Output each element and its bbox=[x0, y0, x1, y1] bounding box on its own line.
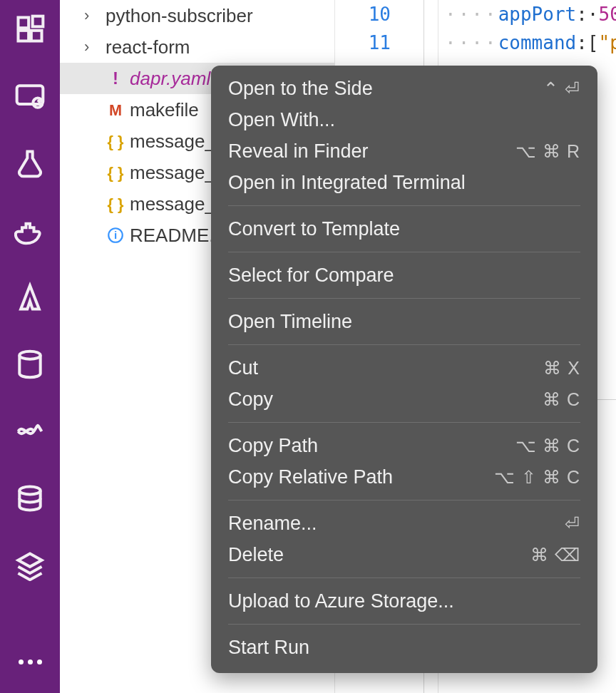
menu-item-label: Upload to Azure Storage... bbox=[228, 590, 454, 612]
menu-item-label: Copy Path bbox=[228, 435, 318, 457]
menu-separator bbox=[228, 252, 580, 252]
menu-item-shortcut: ⌘ ⌫ bbox=[530, 545, 580, 565]
folder-row[interactable]: ›react-form bbox=[60, 31, 334, 63]
svg-rect-1 bbox=[19, 31, 29, 41]
menu-item-label: Convert to Template bbox=[228, 218, 400, 240]
menu-separator bbox=[228, 422, 580, 423]
menu-item[interactable]: Convert to Template bbox=[211, 213, 597, 245]
line-number: 10 bbox=[335, 0, 391, 29]
braces-icon: { } bbox=[106, 195, 125, 213]
file-label: react-form bbox=[106, 36, 190, 58]
menu-item[interactable]: Delete⌘ ⌫ bbox=[211, 539, 597, 570]
svg-text:{ }: { } bbox=[108, 133, 124, 150]
menu-item-shortcut: ⌥ ⌘ C bbox=[515, 436, 580, 456]
docker-icon[interactable] bbox=[12, 212, 48, 248]
menu-item[interactable]: Open With... bbox=[211, 104, 597, 135]
folder-row[interactable]: ›python-subscriber bbox=[60, 0, 334, 31]
svg-point-6 bbox=[19, 351, 40, 359]
menu-item-label: Copy Relative Path bbox=[228, 466, 393, 488]
menu-item[interactable]: Open in Integrated Terminal bbox=[211, 167, 597, 198]
svg-rect-2 bbox=[31, 31, 42, 41]
extensions-icon[interactable] bbox=[12, 11, 48, 47]
more-icon[interactable] bbox=[19, 659, 42, 664]
line-number: 11 bbox=[335, 29, 391, 57]
menu-item[interactable]: Copy⌘ C bbox=[211, 384, 597, 415]
svg-rect-0 bbox=[19, 18, 29, 29]
menu-item-label: Cut bbox=[228, 357, 258, 379]
menu-item-label: Rename... bbox=[228, 513, 317, 535]
menu-separator bbox=[228, 344, 580, 345]
menu-item-shortcut: ⏎ bbox=[565, 513, 580, 534]
layers-icon[interactable] bbox=[12, 548, 48, 583]
menu-item-label: Reveal in Finder bbox=[228, 140, 369, 163]
menu-item[interactable]: Cut⌘ X bbox=[211, 352, 597, 384]
svg-text:M: M bbox=[109, 101, 122, 119]
context-menu: Open to the Side⌃ ⏎Open With...Reveal in… bbox=[211, 66, 597, 673]
data-icon[interactable] bbox=[12, 481, 48, 516]
menu-item-label: Delete bbox=[228, 544, 284, 566]
menu-item[interactable]: Copy Path⌥ ⌘ C bbox=[211, 430, 597, 461]
activity-bar bbox=[0, 0, 60, 693]
menu-item[interactable]: Open Timeline bbox=[211, 306, 597, 337]
chevron-right-icon: › bbox=[84, 6, 101, 25]
menu-item[interactable]: Open to the Side⌃ ⏎ bbox=[211, 73, 597, 104]
file-label: dapr.yaml bbox=[130, 68, 210, 90]
menu-item-shortcut: ⌥ ⇧ ⌘ C bbox=[494, 467, 580, 488]
exclaim-icon: ! bbox=[106, 69, 125, 88]
line-number-gutter: 1011 bbox=[335, 0, 402, 57]
svg-text:i: i bbox=[114, 229, 117, 241]
menu-item-shortcut: ⌘ C bbox=[543, 389, 580, 410]
menu-item[interactable]: Start Run bbox=[211, 632, 597, 663]
menu-separator bbox=[228, 578, 580, 578]
testing-icon[interactable] bbox=[12, 145, 48, 181]
menu-item-shortcut: ⌘ X bbox=[543, 358, 580, 379]
azure-icon[interactable] bbox=[12, 279, 48, 315]
menu-item-label: Open Timeline bbox=[228, 311, 352, 333]
code-line: ····command:["py bbox=[445, 29, 616, 57]
menu-item[interactable]: Upload to Azure Storage... bbox=[211, 585, 597, 617]
menu-separator bbox=[228, 298, 580, 299]
menu-separator bbox=[228, 500, 580, 500]
menu-item-label: Open in Integrated Terminal bbox=[228, 172, 466, 194]
file-label: makefile bbox=[130, 99, 199, 121]
svg-text:{ }: { } bbox=[108, 164, 124, 182]
code-line: ····appPort:·5001 bbox=[445, 0, 616, 29]
svg-rect-3 bbox=[33, 16, 43, 27]
mfile-icon: M bbox=[106, 101, 125, 119]
menu-separator bbox=[228, 624, 580, 625]
menu-item-shortcut: ⌃ ⏎ bbox=[543, 78, 580, 99]
menu-item[interactable]: Reveal in Finder⌥ ⌘ R bbox=[211, 135, 597, 167]
knot-icon[interactable] bbox=[12, 414, 48, 449]
menu-item-label: Start Run bbox=[228, 637, 309, 659]
database-icon[interactable] bbox=[12, 346, 48, 382]
braces-icon: { } bbox=[106, 163, 125, 182]
svg-text:{ }: { } bbox=[108, 195, 124, 213]
info-icon: i bbox=[106, 226, 125, 245]
menu-item[interactable]: Copy Relative Path⌥ ⇧ ⌘ C bbox=[211, 461, 597, 493]
menu-item[interactable]: Rename...⏎ bbox=[211, 508, 597, 539]
menu-item[interactable]: Select for Compare bbox=[211, 260, 597, 291]
menu-item-label: Open to the Side bbox=[228, 78, 373, 100]
menu-item-label: Select for Compare bbox=[228, 265, 394, 287]
chevron-right-icon: › bbox=[84, 38, 101, 56]
menu-separator bbox=[228, 205, 580, 206]
svg-text:!: ! bbox=[113, 69, 118, 88]
remote-explorer-icon[interactable] bbox=[12, 78, 48, 114]
menu-item-label: Copy bbox=[228, 389, 273, 411]
file-label: python-subscriber bbox=[106, 5, 253, 27]
braces-icon: { } bbox=[106, 132, 125, 150]
svg-point-7 bbox=[19, 487, 40, 495]
menu-item-label: Open With... bbox=[228, 109, 335, 131]
menu-item-shortcut: ⌥ ⌘ R bbox=[515, 141, 580, 162]
